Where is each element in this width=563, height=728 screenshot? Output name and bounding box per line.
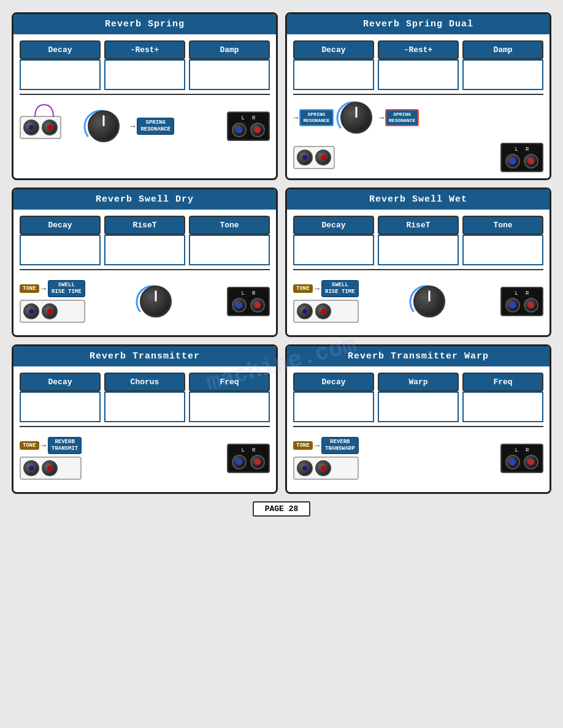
freq-btn[interactable]: Freq	[462, 373, 543, 392]
dual-output-jacks: LR	[500, 143, 543, 172]
reverb-transwarp-label: REVERBTRANSWARP	[321, 437, 359, 454]
chorus-area	[104, 392, 185, 422]
out-jack-left[interactable]	[232, 455, 247, 469]
reverb-swell-wet-panel: Reverb Swell Wet Decay RiseT Tone	[285, 188, 551, 337]
swell-wet-jacks	[293, 300, 359, 323]
jack-2[interactable]	[315, 460, 331, 476]
warp-btn[interactable]: Warp	[378, 373, 459, 392]
jack-2[interactable]	[42, 119, 58, 135]
tone-label: TONE	[20, 441, 39, 450]
decay-area	[20, 392, 101, 422]
damp-area	[462, 59, 543, 90]
reverb-spring-dual-panel: Reverb Spring Dual Decay -Rest+ Damp	[285, 12, 551, 180]
jack-1[interactable]	[23, 303, 39, 319]
riset-btn[interactable]: RiseT	[104, 216, 185, 235]
jack-blue[interactable]	[297, 150, 313, 165]
out-jack-left[interactable]	[505, 154, 520, 169]
rest-area	[104, 59, 185, 90]
swell-dry-output: LR	[227, 287, 270, 316]
jack-2[interactable]	[315, 303, 331, 319]
freq-area	[189, 392, 270, 422]
chorus-btn[interactable]: Chorus	[104, 373, 185, 392]
reverb-swell-dry-panel: Reverb Swell Dry Decay RiseT Tone	[12, 188, 278, 337]
riset-area	[104, 235, 185, 265]
out-jack-right[interactable]	[250, 123, 265, 137]
out-jack-right[interactable]	[250, 298, 265, 313]
swell-wet-knob[interactable]	[413, 286, 445, 317]
rest-area	[378, 59, 459, 90]
out-jack-right[interactable]	[524, 455, 538, 469]
out-jack-right[interactable]	[524, 298, 538, 313]
arrow-icon: →	[315, 284, 320, 294]
tone-label: TONE	[20, 284, 39, 293]
jack-red[interactable]	[315, 150, 331, 165]
out-jack-right[interactable]	[524, 154, 538, 169]
arrow-right-icon: →	[379, 113, 384, 123]
damp-btn[interactable]: Damp	[462, 40, 543, 59]
warp-jacks	[293, 457, 359, 480]
arrow-icon: →	[41, 441, 46, 450]
swell-wet-output: LR	[500, 287, 543, 316]
reverb-transmitter-panel: Reverb Transmitter Decay Chorus Freq	[12, 344, 278, 494]
main-knob[interactable]	[88, 110, 120, 142]
dual-knob-wrap	[337, 99, 375, 137]
jack-1[interactable]	[23, 460, 39, 476]
rest-btn[interactable]: -Rest+	[378, 40, 459, 59]
dual-input-jacks	[293, 146, 335, 169]
decay-btn[interactable]: Decay	[293, 373, 374, 392]
decay-btn[interactable]: Decay	[20, 216, 101, 235]
spring-label: SPRINGRESONANCE	[137, 118, 174, 135]
spring-red-label: SPRINGRESONANCE	[385, 109, 419, 126]
tone-area	[189, 235, 270, 265]
wire-svg	[23, 99, 59, 120]
decay-btn[interactable]: Decay	[20, 40, 101, 59]
decay-area	[293, 235, 374, 265]
swell-dry-knob-wrap	[137, 282, 175, 320]
arrow-icon: →	[315, 441, 320, 450]
arrow-left-icon: →	[293, 113, 298, 123]
transmitter-jacks	[20, 457, 82, 480]
damp-btn[interactable]: Damp	[189, 40, 270, 59]
panel-title: Reverb Spring	[13, 14, 276, 34]
spring-blue-label: SPRINGRESONANCE	[299, 109, 333, 126]
freq-btn[interactable]: Freq	[189, 373, 270, 392]
tone-label: TONE	[293, 441, 313, 450]
decay-btn[interactable]: Decay	[293, 40, 374, 59]
panel-title: Reverb Spring Dual	[287, 14, 550, 34]
warp-area	[378, 392, 459, 422]
tone-btn[interactable]: Tone	[189, 216, 270, 235]
out-jack-left[interactable]	[232, 123, 247, 137]
jack-1[interactable]	[23, 119, 39, 135]
decay-area	[293, 392, 374, 422]
page-number: PAGE 28	[253, 501, 311, 517]
tone-btn[interactable]: Tone	[462, 216, 543, 235]
jack-1[interactable]	[297, 460, 313, 476]
swell-label: SWELLRISE TIME	[48, 280, 85, 297]
main-knob-wrap	[85, 107, 123, 145]
dual-knob[interactable]	[340, 102, 372, 134]
decay-area	[20, 59, 101, 90]
out-jack-right[interactable]	[250, 455, 265, 469]
rest-btn[interactable]: -Rest+	[104, 40, 185, 59]
decay-area	[20, 235, 101, 265]
decay-btn[interactable]: Decay	[293, 216, 374, 235]
damp-area	[189, 59, 270, 90]
reverb-spring-panel: Reverb Spring Decay -Rest+ Damp	[12, 12, 278, 180]
swell-wet-knob-wrap	[410, 282, 448, 320]
swell-dry-knob[interactable]	[140, 286, 172, 317]
decay-btn[interactable]: Decay	[20, 373, 101, 392]
jack-2[interactable]	[42, 303, 58, 319]
swell-label: SWELLRISE TIME	[321, 280, 359, 297]
jack-1[interactable]	[297, 303, 313, 319]
transmitter-output: LR	[227, 444, 270, 473]
reverb-transmitter-warp-panel: Reverb Transmitter Warp Decay Warp Freq	[285, 344, 551, 494]
out-jack-left[interactable]	[505, 455, 520, 469]
jack-2[interactable]	[42, 460, 58, 476]
out-jack-left[interactable]	[232, 298, 247, 313]
reverb-transmit-label: REVERBTRANSMIT	[48, 437, 82, 454]
out-jack-left[interactable]	[505, 298, 520, 313]
tone-label: TONE	[293, 284, 313, 293]
panel-title: Reverb Transmitter	[13, 346, 276, 366]
decay-area	[293, 59, 374, 90]
riset-btn[interactable]: RiseT	[378, 216, 459, 235]
